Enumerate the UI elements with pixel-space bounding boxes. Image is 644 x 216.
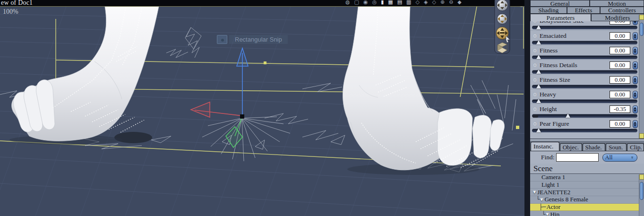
tab-effects[interactable]: Effects (567, 7, 600, 14)
orbit-down-icon[interactable]: ⊖ (449, 0, 453, 5)
param-spinner[interactable] (633, 47, 638, 55)
tab-parameters[interactable]: Parameters (530, 14, 591, 21)
slider-thumb[interactable] (536, 40, 541, 44)
tab-objects[interactable]: Objec. (560, 143, 582, 151)
gear-icon[interactable]: ⚙ (532, 77, 537, 83)
slider-thumb[interactable] (536, 55, 541, 59)
param-slider[interactable] (532, 55, 637, 59)
tree-item-light[interactable]: Light 1 (530, 181, 644, 189)
tab-general[interactable]: General (530, 0, 590, 7)
scrollbar-thumb[interactable] (640, 182, 644, 200)
param-slider[interactable] (532, 129, 637, 132)
tab-shaders[interactable]: Shade. (583, 143, 606, 151)
scrollbar-cap[interactable] (639, 133, 644, 138)
tab-shading[interactable]: Shading (530, 7, 567, 14)
scrollbar-cap[interactable] (639, 15, 644, 20)
gear-icon[interactable]: ⚙ (532, 33, 537, 39)
param-value-input[interactable]: 0.00 (610, 32, 630, 40)
slider-thumb[interactable] (536, 69, 541, 74)
gizmo-y-arrow[interactable] (237, 48, 248, 66)
viewport-3d[interactable]: ew of Doc1 ◍ ▢ ◉ ◎ ▮ ▦ ▤ ▥ ◇ ◈ ◇ ⊕ ⊖ ◆ 1… (0, 0, 530, 216)
scene-scrollbar[interactable] (639, 174, 644, 216)
param-spinner[interactable] (633, 91, 638, 99)
tree-item-hip[interactable]: └ ▼ Hip (530, 211, 644, 216)
param-spinner[interactable] (633, 61, 638, 69)
wire-sphere-icon[interactable]: ◇ (416, 0, 420, 5)
tree-item-camera[interactable]: Camera 1 (530, 174, 644, 181)
param-slider[interactable] (532, 70, 637, 74)
gear-icon[interactable]: ⚙ (532, 92, 537, 98)
param-value-input[interactable]: -0.35 (610, 105, 630, 113)
gear-icon[interactable]: ⚙ (532, 62, 537, 69)
expand-arrow-icon[interactable]: ▼ (546, 212, 549, 216)
param-spinner[interactable] (633, 76, 638, 84)
panel-divider[interactable] (530, 138, 644, 142)
translate-gizmo[interactable] (191, 48, 248, 147)
gizmo-x-arrow[interactable] (191, 102, 210, 117)
layout-columns-icon[interactable]: ▥ (406, 0, 411, 5)
slider-thumb[interactable] (566, 113, 570, 118)
slider-thumb[interactable] (536, 84, 541, 88)
layout-single-icon[interactable]: ▮ (381, 0, 384, 5)
tab-controllers[interactable]: Controllers (600, 7, 644, 14)
orbit-up-icon[interactable]: ⊕ (440, 0, 445, 5)
param-spinner[interactable] (633, 32, 638, 40)
gizmo-center-handle[interactable] (240, 114, 244, 119)
pan-control[interactable] (497, 14, 507, 24)
tab-motion[interactable]: Motion (590, 0, 644, 7)
panel-splitter[interactable] (524, 0, 530, 216)
wire-cube-icon[interactable]: ◇ (432, 0, 436, 5)
param-value-input[interactable]: 0.00 (610, 47, 630, 54)
filter-dropdown[interactable]: All » (602, 154, 637, 162)
param-label: Emaciated (540, 32, 607, 40)
param-spinner[interactable] (633, 21, 638, 25)
param-spinner[interactable] (633, 120, 638, 128)
expand-arrow-icon[interactable]: ▼ (540, 198, 543, 202)
param-value-input[interactable]: 0.00 (610, 91, 630, 98)
param-value-input[interactable]: 0.00 (610, 76, 630, 84)
parameters-scrollbar[interactable] (639, 15, 644, 138)
gear-icon[interactable]: ⚙ (532, 21, 537, 24)
param-slider[interactable] (532, 26, 637, 29)
tree-item-genesis-8-female[interactable]: └ ▼ Genesis 8 Female (530, 196, 644, 204)
param-slider[interactable] (532, 85, 637, 88)
wire-sphere-solid-icon[interactable]: ◈ (424, 0, 428, 5)
param-value-input[interactable]: 0.00 (610, 21, 630, 25)
find-input[interactable] (556, 153, 599, 162)
tree-item-jeanette2[interactable]: ▼ JEANETTE2 (530, 189, 644, 196)
scene-tree: Camera 1 Light 1 ▼ JEANETTE2 └ ▼ Genesis… (530, 174, 644, 216)
tab-modifiers[interactable]: Modifiers (591, 14, 644, 21)
gear-icon[interactable]: ⚙ (532, 48, 537, 54)
slider-thumb[interactable] (536, 128, 541, 132)
orbit-control[interactable] (497, 0, 508, 11)
dual-camera-icon[interactable]: ◉ (363, 0, 368, 5)
layout-rows-icon[interactable]: ▤ (397, 0, 402, 5)
tab-clips[interactable]: Clip. (627, 143, 644, 151)
scrollbar-cap[interactable] (639, 174, 644, 180)
param-spinner[interactable] (633, 105, 638, 113)
gear-icon[interactable]: ⚙ (532, 121, 537, 127)
left-foot-mesh[interactable] (12, 7, 159, 141)
viewport-canvas[interactable] (0, 0, 530, 216)
view-controls-toolbar (494, 0, 510, 54)
expand-arrow-icon[interactable]: ▼ (533, 190, 536, 194)
tab-instances[interactable]: Instanc. (531, 142, 559, 151)
layout-quad-icon[interactable]: ▦ (388, 0, 393, 5)
tree-item-actor-selected[interactable]: ├─ Actor (530, 204, 644, 211)
param-row-fitness-size: ⚙ Fitness Size 0.00 (530, 74, 639, 89)
scrollbar-thumb[interactable] (640, 23, 644, 36)
sphere-icon[interactable]: ◍ (345, 0, 350, 5)
cube-icon[interactable]: ▢ (354, 0, 359, 5)
param-value-input[interactable]: 0.00 (610, 61, 630, 69)
gear-icon[interactable]: ⚙ (532, 106, 537, 112)
param-slider[interactable] (532, 99, 637, 103)
slider-thumb[interactable] (536, 25, 541, 29)
slider-thumb[interactable] (536, 99, 541, 103)
param-slider[interactable] (532, 41, 637, 44)
param-slider[interactable] (532, 114, 637, 118)
right-foot-mesh[interactable] (343, 7, 504, 170)
target-icon[interactable]: ◎ (372, 0, 377, 5)
tab-sounds[interactable]: Soun. (606, 143, 627, 151)
param-value-input[interactable]: 0.00 (610, 120, 630, 128)
frame-view-icon[interactable]: ◆ (457, 0, 461, 5)
